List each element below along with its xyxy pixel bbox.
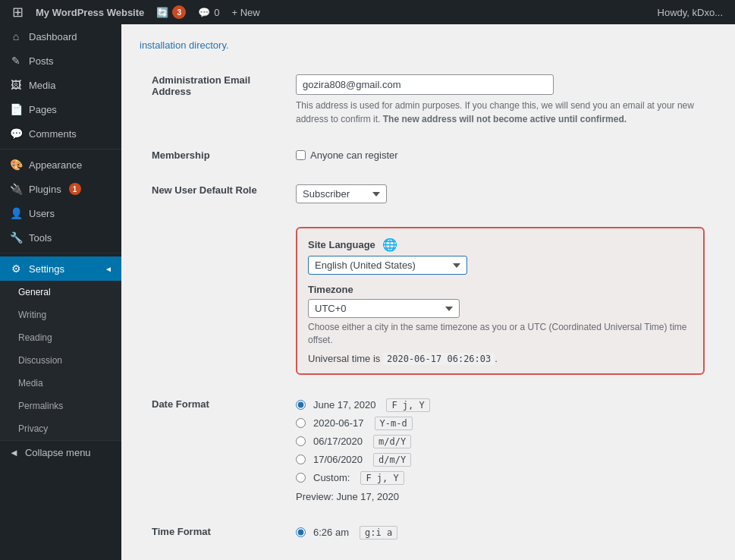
universal-time-display: Universal time is 2020-06-17 06:26:03. <box>308 353 693 364</box>
date-format-option-1: June 17, 2020 F j, Y <box>296 398 705 412</box>
date-format-preview: Preview: June 17, 2020 <box>296 491 705 502</box>
time-format-option-1: 6:26 am g:i a <box>296 526 705 540</box>
timezone-select[interactable]: UTC+0 UTC-5 UTC-8 UTC+1 UTC+8 <box>308 299 460 318</box>
date-format-label-2: 2020-06-17 <box>313 417 364 429</box>
date-format-code-3: m/d/Y <box>373 435 411 448</box>
sidebar-sub-general[interactable]: General <box>0 281 121 304</box>
sub-reading-label: Reading <box>18 332 52 343</box>
sub-media-label: Media <box>18 378 43 389</box>
date-format-option-2: 2020-06-17 Y-m-d <box>296 417 705 430</box>
time-format-code-1: g:i a <box>360 526 397 540</box>
comments-button[interactable]: 💬 0 <box>192 0 225 24</box>
update-count: 3 <box>172 5 186 19</box>
date-format-radio-custom[interactable] <box>296 473 306 483</box>
sidebar-sub-discussion[interactable]: Discussion <box>0 349 121 372</box>
sidebar-item-dashboard[interactable]: ⌂ Dashboard <box>0 24 121 49</box>
preview-label: Preview: <box>296 491 334 502</box>
sidebar-sub-media[interactable]: Media <box>0 372 121 395</box>
sidebar: ⌂ Dashboard ✎ Posts 🖼 Media 📄 Pages 💬 Co… <box>0 24 121 560</box>
language-timezone-highlight-box: Site Language 🌐 English (United States) … <box>296 227 705 375</box>
wp-logo-button[interactable]: ⊞ <box>6 0 30 24</box>
info-text-top: installation directory. <box>137 39 720 51</box>
settings-icon: ⚙ <box>9 263 23 275</box>
new-label: + New <box>232 7 260 18</box>
sidebar-item-tools[interactable]: 🔧 Tools <box>0 225 121 250</box>
admin-bar: ⊞ My WordPress Website 🔄 3 💬 0 + New How… <box>0 0 735 24</box>
sidebar-item-settings[interactable]: ⚙ Settings ◄ <box>0 256 121 281</box>
date-format-radio-4[interactable] <box>296 455 306 464</box>
users-icon: 👤 <box>9 207 23 219</box>
site-language-group: Site Language 🌐 English (United States) … <box>308 238 693 275</box>
timezone-hint: Choose either a city in the same timezon… <box>308 321 693 347</box>
date-format-code-2: Y-m-d <box>375 417 413 430</box>
date-format-label-4: 17/06/2020 <box>313 454 363 465</box>
sidebar-label-plugins: Plugins <box>29 184 61 195</box>
date-format-label-3: 06/17/2020 <box>313 436 363 447</box>
translate-icon: 🌐 <box>382 238 397 252</box>
sidebar-item-appearance[interactable]: 🎨 Appearance <box>0 153 121 177</box>
updates-button[interactable]: 🔄 3 <box>150 0 192 24</box>
membership-label: Membership <box>152 149 210 161</box>
sidebar-item-media[interactable]: 🖼 Media <box>0 73 121 97</box>
membership-checkbox[interactable] <box>296 150 306 160</box>
plugins-icon: 🔌 <box>9 183 23 195</box>
sidebar-item-posts[interactable]: ✎ Posts <box>0 49 121 73</box>
time-format-radio-1[interactable] <box>296 527 306 537</box>
time-format-group: 6:26 am g:i a <box>296 526 705 540</box>
timezone-label: Timezone <box>308 284 693 295</box>
membership-checkbox-label[interactable]: Anyone can register <box>296 149 705 161</box>
sidebar-sub-writing[interactable]: Writing <box>0 304 121 326</box>
site-language-select[interactable]: English (United States) English (UK) Deu… <box>308 256 467 275</box>
date-format-option-3: 06/17/2020 m/d/Y <box>296 435 705 448</box>
date-format-label: Date Format <box>152 398 209 410</box>
appearance-icon: 🎨 <box>9 159 23 171</box>
date-format-radio-2[interactable] <box>296 418 306 428</box>
sidebar-item-comments[interactable]: 💬 Comments <box>0 121 121 146</box>
admin-email-label: Administration Email Address <box>152 74 250 97</box>
settings-submenu: General Writing Reading Discussion Media… <box>0 281 121 440</box>
sub-writing-label: Writing <box>18 310 46 320</box>
sidebar-label-pages: Pages <box>29 104 57 115</box>
sub-general-label: General <box>18 287 51 297</box>
site-name-button[interactable]: My WordPress Website <box>30 0 150 24</box>
sidebar-item-plugins[interactable]: 🔌 Plugins 1 <box>0 177 121 201</box>
user-menu-button[interactable]: Howdy, kDxo... <box>652 0 729 24</box>
settings-main-item[interactable]: ⚙ Settings ◄ <box>0 256 121 281</box>
sidebar-sub-privacy[interactable]: Privacy <box>0 417 121 440</box>
pages-icon: 📄 <box>9 103 23 115</box>
sidebar-sub-permalinks[interactable]: Permalinks <box>0 395 121 417</box>
main-layout: ⌂ Dashboard ✎ Posts 🖼 Media 📄 Pages 💬 Co… <box>0 24 735 560</box>
tools-icon: 🔧 <box>9 231 23 244</box>
sidebar-label-comments: Comments <box>29 128 77 140</box>
user-role-row: New User Default Role Subscriber Contrib… <box>137 173 720 216</box>
new-content-button[interactable]: + New <box>226 0 266 24</box>
membership-row: Membership Anyone can register <box>137 138 720 173</box>
date-format-code-4: d/m/Y <box>373 453 411 467</box>
date-format-code-custom: F j, Y <box>360 471 404 485</box>
comment-icon: 💬 <box>198 7 210 18</box>
sidebar-item-users[interactable]: 👤 Users <box>0 201 121 225</box>
site-language-label: Site Language <box>308 239 375 250</box>
time-format-label-1: 6:26 am <box>313 527 349 538</box>
user-role-select[interactable]: Subscriber Contributor Author Editor Adm… <box>296 184 387 203</box>
settings-arrow-icon: ◄ <box>105 265 112 273</box>
sub-permalinks-label: Permalinks <box>18 401 63 411</box>
date-format-row: Date Format June 17, 2020 F j, Y 2020-06… <box>137 386 720 514</box>
sidebar-label-users: Users <box>29 208 55 219</box>
date-format-code-1: F j, Y <box>386 398 429 412</box>
time-format-row: Time Format 6:26 am g:i a <box>137 514 720 551</box>
plugins-badge: 1 <box>69 183 81 195</box>
sidebar-item-pages[interactable]: 📄 Pages <box>0 97 121 121</box>
date-format-label-custom: Custom: <box>313 472 350 483</box>
sidebar-sub-reading[interactable]: Reading <box>0 326 121 349</box>
site-name-label: My WordPress Website <box>36 7 144 18</box>
sidebar-label-settings: Settings <box>29 263 64 275</box>
installation-dir-link[interactable]: installation directory. <box>140 39 229 51</box>
time-format-label: Time Format <box>152 526 211 537</box>
date-format-radio-1[interactable] <box>296 400 306 410</box>
admin-email-input[interactable] <box>296 74 554 95</box>
date-format-radio-3[interactable] <box>296 436 306 446</box>
sidebar-label-appearance: Appearance <box>29 159 82 171</box>
universal-time-label: Universal time is <box>308 353 380 364</box>
collapse-menu-button[interactable]: ◄ Collapse menu <box>0 440 121 464</box>
